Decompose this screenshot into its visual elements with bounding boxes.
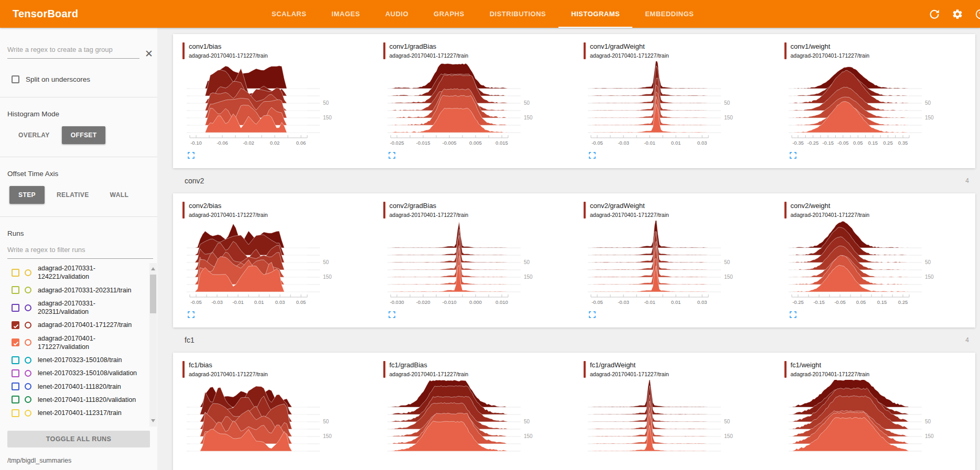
svg-text:50: 50 [524, 259, 530, 265]
offset-axis-step-button[interactable]: STEP [9, 186, 45, 204]
histogram-chart[interactable]: 50150-0.05-0.03-0.010.010.03 [584, 221, 741, 308]
histogram-chart[interactable]: 50150 [383, 380, 541, 467]
tab-images[interactable]: IMAGES [319, 0, 372, 28]
tab-scalars[interactable]: SCALARS [259, 0, 319, 28]
run-radio[interactable] [25, 304, 31, 311]
run-item[interactable]: adagrad-20170401-171227/validation [12, 334, 144, 352]
run-checkbox[interactable] [12, 304, 19, 312]
expand-icon[interactable] [188, 151, 195, 161]
histogram-chart[interactable]: 50150-0.030-0.020-0.0100.0000.010 [383, 221, 541, 308]
card-tag-name: conv1/bias [189, 42, 268, 51]
run-radio[interactable] [25, 269, 31, 276]
svg-text:-0.005: -0.005 [442, 140, 456, 146]
card-title: conv1/gradWeightadagrad-20170401-171227/… [584, 42, 775, 59]
tab-histograms[interactable]: HISTOGRAMS [558, 0, 632, 28]
tab-distributions[interactable]: DISTRIBUTIONS [477, 0, 559, 28]
split-underscores-row[interactable]: Split on underscores [12, 75, 157, 83]
histogram-chart[interactable]: 50150-0.35-0.25-0.15-0.050.050.150.250.3… [784, 61, 942, 148]
runs-scrollbar[interactable] [149, 263, 157, 427]
section-name: fc1 [185, 336, 195, 344]
run-item[interactable]: lenet-20170401-112317/train [12, 409, 144, 417]
svg-text:-0.03: -0.03 [211, 299, 223, 305]
scrollbar-thumb[interactable] [150, 275, 156, 313]
run-checkbox[interactable] [12, 382, 19, 390]
histogram-chart[interactable]: 50150 [584, 380, 741, 467]
histogram-mode-offset-button[interactable]: OFFSET [62, 126, 106, 144]
run-radio[interactable] [25, 339, 31, 346]
run-radio[interactable] [25, 357, 31, 364]
svg-text:0.25: 0.25 [883, 140, 893, 146]
offset-axis-relative-button[interactable]: RELATIVE [48, 186, 98, 204]
run-radio[interactable] [25, 410, 31, 417]
run-radio[interactable] [25, 370, 31, 377]
run-checkbox[interactable] [12, 369, 19, 377]
run-checkbox[interactable] [12, 356, 19, 364]
settings-gear-icon[interactable] [951, 8, 964, 20]
run-item[interactable]: lenet-20170323-150108/train [12, 356, 144, 364]
card-run-name: adagrad-20170401-171227/train [791, 212, 870, 218]
histogram-chart[interactable]: 50150-0.10-0.06-0.020.020.06 [182, 61, 340, 148]
run-radio[interactable] [25, 396, 31, 403]
svg-text:150: 150 [323, 115, 332, 121]
runs-filter-input[interactable]: Write a regex to filter runs [7, 246, 153, 259]
histogram-chart[interactable]: 50150 [182, 380, 340, 467]
svg-text:0.25: 0.25 [898, 299, 908, 305]
tab-audio[interactable]: AUDIO [373, 0, 421, 28]
svg-text:0.03: 0.03 [697, 299, 707, 305]
expand-icon[interactable] [389, 311, 395, 320]
offset-axis-wall-button[interactable]: WALL [101, 186, 138, 204]
svg-text:0.06: 0.06 [296, 140, 306, 146]
tab-graphs[interactable]: GRAPHS [421, 0, 477, 28]
svg-text:-0.03: -0.03 [618, 299, 629, 305]
refresh-icon[interactable] [928, 8, 941, 20]
histogram-chart[interactable]: 50150-0.05-0.03-0.010.010.030.05 [182, 221, 340, 308]
run-item[interactable]: adagrad-20170331-124221/validation [12, 264, 144, 281]
run-item[interactable]: adagrad-20170401-171227/train [12, 321, 144, 329]
svg-text:150: 150 [524, 433, 533, 439]
card-title: conv2/gradBiasadagrad-20170401-171227/tr… [383, 202, 575, 218]
scroll-up-icon[interactable] [151, 265, 155, 270]
run-checkbox[interactable] [12, 286, 19, 294]
run-item[interactable]: adagrad-20170331-202311/validation [12, 299, 144, 316]
tab-embeddings[interactable]: EMBEDDINGS [632, 0, 706, 28]
expand-icon[interactable] [389, 151, 395, 161]
card-tag-name: conv2/weight [791, 202, 870, 210]
split-underscores-checkbox[interactable] [12, 75, 19, 83]
clear-tag-filter-icon[interactable]: ✕ [145, 49, 153, 59]
run-checkbox[interactable] [12, 338, 19, 346]
tag-filter-input[interactable]: Write a regex to create a tag group [7, 46, 139, 59]
run-item[interactable]: lenet-20170401-111820/validation [12, 396, 144, 404]
run-radio[interactable] [25, 287, 31, 293]
tag-filter-field[interactable]: Write a regex to create a tag group ✕ [7, 46, 157, 59]
run-radio[interactable] [25, 322, 31, 329]
svg-text:50: 50 [724, 419, 730, 424]
run-checkbox[interactable] [12, 409, 19, 417]
run-item[interactable]: lenet-20170401-111820/train [12, 382, 144, 391]
help-icon[interactable]: ? [974, 8, 980, 20]
histogram-chart[interactable]: 50150-0.25-0.15-0.050.050.150.25 [784, 221, 942, 308]
runs-filter-field[interactable]: Write a regex to filter runs [7, 246, 157, 259]
svg-text:150: 150 [724, 115, 733, 121]
expand-icon[interactable] [589, 311, 596, 320]
histogram-mode-overlay-button[interactable]: OVERLAY [9, 126, 59, 144]
histogram-card: fc1/biasadagrad-20170401-171227/train501… [173, 361, 374, 470]
histogram-chart[interactable]: 50150 [784, 380, 942, 467]
header-icons: ? [918, 0, 980, 28]
toggle-all-runs-button[interactable]: TOGGLE ALL RUNS [7, 431, 150, 447]
run-checkbox[interactable] [12, 269, 19, 277]
histogram-chart[interactable]: 50150-0.025-0.015-0.0050.0050.015 [383, 61, 541, 148]
divider [0, 97, 157, 97]
expand-icon[interactable] [589, 151, 596, 161]
expand-icon[interactable] [188, 311, 195, 320]
run-item[interactable]: lenet-20170323-150108/validation [12, 369, 144, 377]
expand-icon[interactable] [790, 311, 796, 320]
run-item[interactable]: adagrad-20170331-202311/train [12, 286, 144, 294]
histogram-chart[interactable]: 50150-0.05-0.03-0.010.010.03 [584, 61, 741, 148]
run-radio[interactable] [25, 383, 31, 390]
scroll-down-icon[interactable] [151, 419, 155, 424]
run-checkbox[interactable] [12, 321, 19, 329]
card-tag-name: fc1/gradWeight [590, 361, 669, 369]
expand-icon[interactable] [790, 151, 796, 161]
svg-text:0.015: 0.015 [496, 140, 508, 146]
run-checkbox[interactable] [12, 396, 19, 403]
